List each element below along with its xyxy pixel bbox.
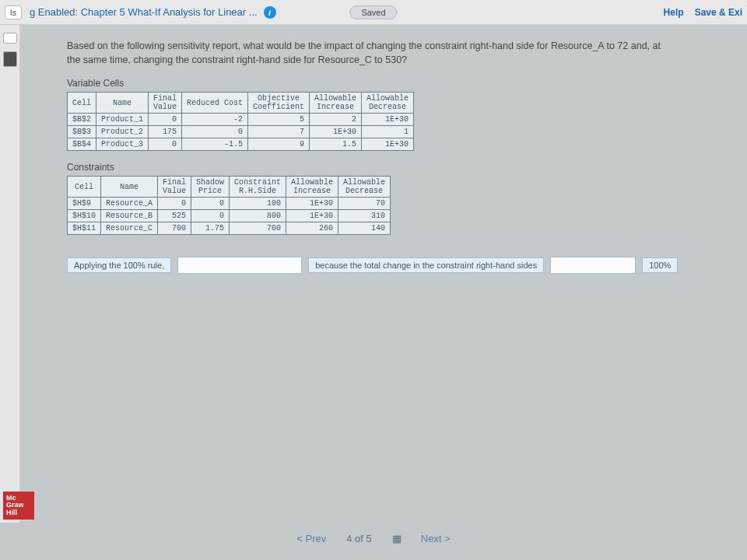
cell: $B$2 (68, 114, 96, 126)
cell: 310 (338, 210, 391, 222)
rail-item-1[interactable] (3, 33, 17, 44)
question-text: Based on the following sensitivity repor… (67, 39, 674, 67)
cell: Resource_B (101, 210, 158, 222)
cell: Product_2 (96, 126, 149, 138)
next-button[interactable]: Next > (421, 533, 451, 544)
table-row: $B$4 Product_3 0 -1.5 9 1.5 1E+30 (68, 138, 414, 151)
cell: 1E+30 (362, 114, 414, 126)
constraints-table: Cell Name Final Value Shadow Price Const… (67, 176, 391, 235)
cell: 1.5 (310, 138, 362, 151)
cell: 70 (338, 198, 391, 210)
col-inc: Allowable Increase (286, 177, 338, 198)
variable-cells-label: Variable Cells (67, 78, 719, 89)
col-dec: Allowable Decrease (362, 93, 414, 114)
col-shadow: Shadow Price (191, 177, 230, 198)
col-rhs: Constraint R.H.Side (230, 177, 286, 198)
save-exit-link[interactable]: Save & Exi (695, 7, 742, 18)
ls-chip: ls (5, 5, 22, 19)
saved-pill: Saved (349, 5, 397, 19)
table-row: $B$3 Product_2 175 0 7 1E+30 1 (68, 126, 414, 138)
rail-item-2[interactable] (3, 51, 17, 67)
answer-row: Applying the 100% rule, because the tota… (67, 257, 719, 274)
table-header-row: Cell Name Final Value Shadow Price Const… (68, 177, 391, 198)
cell: 1E+30 (286, 210, 338, 222)
cell: 700 (158, 222, 191, 235)
answer-middle: because the total change in the constrai… (308, 257, 544, 273)
cell: 1E+30 (286, 198, 338, 210)
cell: 0 (149, 138, 182, 151)
cell: $H$11 (68, 222, 101, 235)
col-final: Final Value (149, 93, 182, 114)
variable-cells-table: Cell Name Final Value Reduced Cost Objec… (67, 92, 414, 151)
cell: 0 (191, 198, 230, 210)
cell: 0 (191, 210, 230, 222)
pager: < Prev 4 of 5 ▦ Next > (0, 523, 747, 554)
left-rail (0, 25, 20, 523)
answer-blank-2[interactable] (550, 257, 636, 274)
cell: 1.75 (191, 222, 230, 235)
cell: 0 (158, 198, 191, 210)
cell: 700 (230, 222, 286, 235)
table-header-row: Cell Name Final Value Reduced Cost Objec… (68, 93, 414, 114)
cell: 0 (182, 126, 248, 138)
info-icon[interactable]: i (264, 6, 276, 19)
cell: $B$4 (68, 138, 96, 151)
cell: 175 (149, 126, 182, 138)
col-final: Final Value (158, 177, 191, 198)
cell: $B$3 (68, 126, 96, 138)
answer-prefix: Applying the 100% rule, (67, 257, 171, 273)
right-actions: Help Save & Exi (664, 7, 742, 18)
table-row: $H$10 Resource_B 525 0 800 1E+30 310 (68, 210, 391, 222)
page-body: Based on the following sensitivity repor… (20, 25, 747, 523)
col-name: Name (101, 177, 158, 198)
constraints-label: Constraints (67, 162, 719, 173)
cell: 140 (338, 222, 391, 235)
col-cell: Cell (68, 177, 101, 198)
grid-icon[interactable]: ▦ (392, 533, 401, 544)
cell: 9 (248, 138, 310, 151)
assignment-title[interactable]: g Enabled: Chapter 5 What-If Analysis fo… (30, 6, 258, 18)
cell: 100 (230, 198, 286, 210)
help-link[interactable]: Help (664, 7, 684, 18)
top-bar: ls g Enabled: Chapter 5 What-If Analysis… (0, 0, 747, 25)
cell: Product_1 (96, 114, 149, 126)
cell: 1 (362, 126, 414, 138)
mcgraw-hill-logo: Mc Graw Hill (3, 492, 34, 520)
prev-button[interactable]: < Prev (296, 533, 326, 544)
cell: Resource_C (101, 222, 158, 235)
cell: 5 (248, 114, 310, 126)
col-dec: Allowable Decrease (338, 177, 391, 198)
col-obj: Objective Coefficient (248, 93, 310, 114)
answer-blank-1[interactable] (177, 257, 302, 274)
cell: $H$10 (68, 210, 101, 222)
cell: $H$9 (68, 198, 101, 210)
col-inc: Allowable Increase (310, 93, 362, 114)
cell: 2 (310, 114, 362, 126)
cell: 800 (230, 210, 286, 222)
cell: 1E+30 (362, 138, 414, 151)
table-row: $B$2 Product_1 0 -2 5 2 1E+30 (68, 114, 414, 126)
cell: 1E+30 (310, 126, 362, 138)
table-row: $H$9 Resource_A 0 0 100 1E+30 70 (68, 198, 391, 210)
cell: Product_3 (96, 138, 149, 151)
table-row: $H$11 Resource_C 700 1.75 700 260 140 (68, 222, 391, 235)
cell: Resource_A (101, 198, 158, 210)
cell: 0 (149, 114, 182, 126)
answer-end: 100% (642, 257, 678, 273)
page-position: 4 of 5 (346, 533, 372, 544)
col-cell: Cell (68, 93, 96, 114)
col-reduced: Reduced Cost (182, 93, 248, 114)
col-name: Name (96, 93, 149, 114)
cell: 260 (286, 222, 338, 235)
cell: -2 (182, 114, 248, 126)
cell: 7 (248, 126, 310, 138)
cell: 525 (158, 210, 191, 222)
cell: -1.5 (182, 138, 248, 151)
